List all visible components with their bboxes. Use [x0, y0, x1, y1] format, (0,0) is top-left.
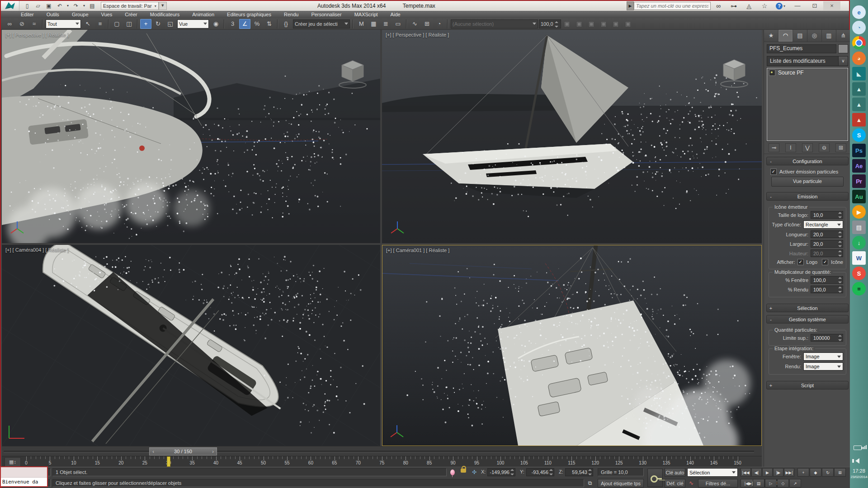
orbit-button[interactable]: ↻ [822, 468, 834, 477]
help-dropdown-icon[interactable]: ▾ [783, 4, 785, 8]
menu-editer[interactable]: Editer [14, 11, 40, 18]
menu-cr-er[interactable]: Créer [118, 11, 144, 18]
track-bar-ruler[interactable]: 0510152025303540455055606570758085909510… [2, 456, 739, 467]
previous-frame-button[interactable]: ◀| [751, 468, 762, 477]
time-slider-handle[interactable]: ‹ 30 / 150 › [149, 447, 217, 455]
next-frame-button[interactable]: |▶ [773, 468, 783, 477]
display-icône-checkbox[interactable]: ✓Icône [822, 259, 843, 265]
menu-groupe[interactable]: Groupe [66, 11, 95, 18]
snap-toggle-3d[interactable]: 3 [227, 19, 238, 29]
autodesk-app-icon-1[interactable]: ▲ [852, 82, 866, 96]
select-object[interactable]: ↖ [82, 19, 94, 29]
next-frame-arrow[interactable]: › [209, 449, 217, 454]
rollout-emission[interactable]: - Emission [766, 192, 849, 201]
firefox-icon[interactable]: ◕ [852, 52, 866, 65]
bind-to-space-warp[interactable]: ≈ [28, 19, 40, 29]
stack-item-source-pf[interactable]: Source PF [767, 68, 848, 77]
select-and-rotate[interactable]: ↻ [152, 19, 164, 29]
graphite-ribbon-toggle[interactable]: ▭ [392, 19, 404, 29]
go-to-start-button[interactable]: |◀◀ [741, 468, 751, 477]
named-selection-dropdown[interactable]: Créer jeu de sélecti [293, 19, 350, 28]
3ds-max-icon[interactable]: ◣ [852, 67, 866, 80]
close-button[interactable]: × [823, 1, 840, 10]
field-of-view-button[interactable]: ▷ [765, 479, 777, 488]
select-by-name[interactable]: ≡ [94, 19, 106, 29]
schematic-view[interactable]: ⊞ [421, 19, 433, 29]
tab-utilities[interactable]: ⋔ [836, 30, 851, 42]
pan-hand-button[interactable]: ◇ [777, 479, 789, 488]
key-filter-curve-icon[interactable]: ∿ [687, 479, 695, 487]
maximize-viewport-toggle[interactable]: ⊞ [834, 468, 846, 477]
undo-button[interactable]: ↶ [55, 2, 65, 10]
redo-dropdown[interactable]: ▾ [82, 2, 86, 10]
open-file-button[interactable]: ▱ [33, 2, 43, 10]
project-folder-button[interactable]: ▤ [87, 2, 97, 10]
restore-button[interactable]: ⊡ [806, 1, 823, 10]
window-crossing-toggle[interactable]: ◫ [123, 19, 135, 29]
new-file-button[interactable]: ▯ [22, 2, 32, 10]
param-spinner-field[interactable]: 100,0 [811, 276, 843, 284]
favorites-star-icon[interactable]: ☆ [757, 1, 772, 10]
media-player-icon[interactable]: ▶ [852, 205, 866, 219]
network-signal-icon[interactable] [862, 445, 866, 449]
add-time-tag-button[interactable]: Ajout étiquette tps [598, 479, 644, 488]
particle-view-button[interactable]: Vue particule [771, 177, 844, 187]
remove-modifier[interactable]: ⊖ [819, 143, 830, 152]
menu-vues[interactable]: Vues [95, 11, 119, 18]
material-editor[interactable]: ◔ [434, 19, 445, 29]
skype-icon[interactable]: S [852, 128, 866, 142]
selection-filter-dropdown[interactable]: Tout [46, 19, 81, 28]
tab-create[interactable]: ★ [764, 30, 778, 42]
browser-blue-icon[interactable]: ◔ [852, 21, 866, 34]
taskbar-clock[interactable]: 17:28 23/02/2014 [850, 466, 868, 488]
search-icon[interactable]: ∞ [711, 1, 726, 10]
menu-rendu[interactable]: Rendu [278, 11, 305, 18]
word-app-icon[interactable]: W [852, 251, 866, 265]
3ds-max-application-menu-button[interactable] [1, 1, 19, 11]
tab-modify[interactable]: ◠ [778, 30, 793, 42]
idm-icon[interactable]: ↓ [852, 236, 866, 249]
display-logo-checkbox[interactable]: ✓Logo [797, 259, 817, 265]
viewport-perspective-2[interactable]: [+] [ Perspective ] [ Réaliste ] [382, 30, 762, 243]
search-input[interactable] [634, 2, 711, 10]
pin-stack[interactable]: ⊸ [769, 143, 779, 152]
select-and-move[interactable]: + [140, 19, 151, 29]
set-keys-button[interactable] [647, 469, 663, 487]
viewport-label[interactable]: [+] [ Perspective ] [ Réaliste ] [5, 32, 69, 38]
param-spinner-field[interactable]: 100000 [811, 334, 843, 342]
selection-set-dropdown[interactable]: Sélection [687, 468, 738, 477]
open-mini-curve-editor-button[interactable]: ▦↕ [5, 457, 21, 467]
notes-app-icon[interactable]: ▤ [852, 221, 866, 234]
y-coordinate-field[interactable]: -93,456 [526, 468, 554, 476]
render-preset-dropdown[interactable]: (Aucune sélection) [451, 19, 538, 28]
render-iterative[interactable]: ▣ [598, 19, 609, 29]
workspace-dropdown[interactable]: Espace de travail: Par ▾ [101, 2, 159, 10]
welcome-window-fragment[interactable]: Bienvenue da [0, 466, 48, 487]
previous-frame-arrow[interactable]: ‹ [150, 449, 157, 454]
menu-maxscript[interactable]: MAXScript [348, 11, 384, 18]
internet-explorer-icon[interactable]: e [852, 5, 866, 19]
param-spinner-field[interactable]: 20,0 [811, 240, 843, 248]
autodesk-app-icon-2[interactable]: ▲ [852, 98, 866, 111]
rollout-selection[interactable]: + Sélection [766, 304, 849, 312]
reference-coordinate-dropdown[interactable]: Vue [177, 19, 209, 28]
object-color-swatch[interactable] [838, 44, 848, 53]
tab-hierarchy[interactable]: ▤ [793, 30, 807, 42]
zoom-extents-button[interactable]: ▤ [753, 479, 764, 488]
key-filters-button[interactable]: Filtres dé... [698, 479, 738, 488]
configure-modifier-sets[interactable]: ⊞ [835, 143, 846, 152]
percent-snap-toggle[interactable]: % [251, 19, 263, 29]
walkthrough-button[interactable]: ↗ [789, 479, 801, 488]
modifier-list-dropdown[interactable]: Liste des modificateurs∨ [767, 56, 848, 66]
autodesk-red-app-icon[interactable]: ▲ [852, 113, 866, 127]
red-s-app-icon[interactable]: S [852, 267, 866, 280]
save-file-button[interactable]: ▣ [44, 2, 54, 10]
spinner-snap-toggle[interactable]: ⇅ [264, 19, 275, 29]
redo-button[interactable]: ↷ [71, 2, 81, 10]
viewport-label[interactable]: [+] [ Perspective ] [ Réaliste ] [386, 32, 449, 38]
help-icon[interactable]: ? [776, 3, 783, 9]
menu-animation[interactable]: Animation [186, 11, 221, 18]
audition-icon[interactable]: Au [852, 190, 866, 203]
make-unique[interactable]: ⋁ [802, 143, 813, 152]
object-name-field[interactable]: PFS_Ecumes [767, 44, 836, 53]
